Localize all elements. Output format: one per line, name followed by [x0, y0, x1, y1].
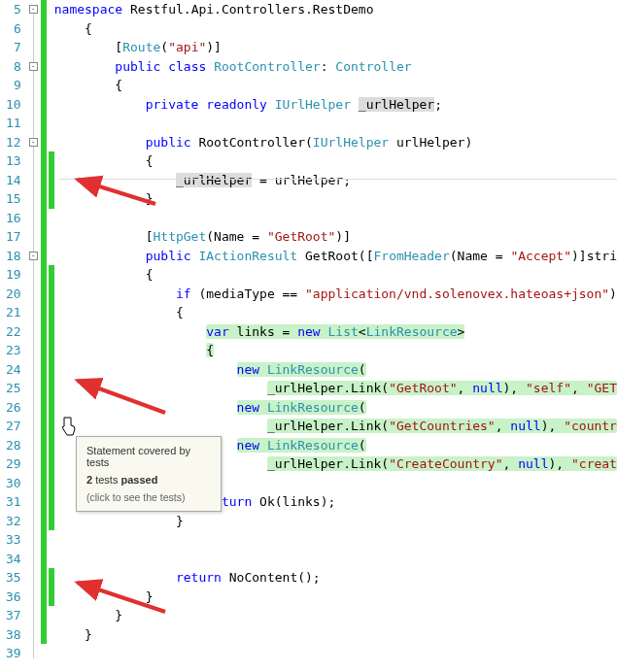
coverage-indicator[interactable] [41, 171, 47, 190]
coverage-indicator[interactable] [49, 171, 54, 190]
code-line[interactable]: _urlHelper.Link("GetRoot", null), "self"… [54, 379, 617, 398]
coverage-indicator[interactable] [41, 568, 47, 588]
coverage-indicator[interactable] [49, 303, 54, 322]
coverage-indicator[interactable] [41, 114, 47, 133]
code-editor[interactable]: 5678910111213141516171819202122232425262… [0, 0, 617, 663]
coverage-indicator[interactable] [49, 151, 54, 171]
code-line[interactable]: public RootController(IUrlHelper urlHelp… [54, 133, 617, 152]
coverage-indicator[interactable] [49, 568, 54, 588]
code-line[interactable]: var links = new List<LinkResource> [54, 322, 617, 342]
code-line[interactable]: public IActionResult GetRoot([FromHeader… [54, 247, 617, 266]
coverage-tooltip[interactable]: Statement covered by tests 2 tests passe… [76, 436, 222, 512]
code-line[interactable]: public class RootController: Controller [54, 57, 617, 77]
code-line[interactable] [54, 114, 617, 133]
coverage-indicator[interactable] [41, 133, 47, 152]
code-line[interactable]: _urlHelper.Link("GetCountries", null), "… [54, 417, 617, 436]
coverage-indicator[interactable] [41, 436, 47, 455]
code-line[interactable]: } [54, 512, 617, 531]
code-line[interactable] [54, 550, 617, 569]
coverage-indicator[interactable] [41, 379, 47, 398]
code-line[interactable]: private readonly IUrlHelper _urlHelper; [54, 95, 617, 115]
fold-gutter[interactable]: ---- [27, 0, 41, 663]
code-line[interactable]: [Route("api")] [54, 38, 617, 57]
tooltip-hint: (click to see the tests) [86, 491, 211, 503]
code-line[interactable]: new LinkResource( [54, 398, 617, 418]
coverage-indicator[interactable] [41, 512, 47, 531]
fold-toggle-icon[interactable]: - [29, 5, 38, 14]
line-number: 17 [0, 227, 21, 247]
coverage-indicator[interactable] [41, 588, 47, 607]
coverage-indicator[interactable] [49, 265, 54, 285]
code-line[interactable]: namespace Restful.Api.Controllers.RestDe… [54, 0, 617, 19]
fold-toggle-icon[interactable]: - [29, 252, 38, 260]
coverage-indicator[interactable] [41, 625, 47, 645]
coverage-indicator[interactable] [49, 454, 54, 474]
coverage-indicator[interactable] [49, 398, 54, 418]
coverage-indicator[interactable] [49, 322, 54, 342]
code-area[interactable]: namespace Restful.Api.Controllers.RestDe… [54, 0, 617, 663]
fold-toggle-icon[interactable]: - [29, 62, 38, 71]
coverage-indicator[interactable] [41, 303, 47, 322]
coverage-indicator[interactable] [41, 454, 47, 474]
coverage-indicator[interactable] [41, 285, 47, 304]
code-line[interactable]: { [54, 151, 617, 171]
code-line[interactable]: } [54, 625, 617, 645]
code-line[interactable]: { [54, 303, 617, 322]
coverage-indicator[interactable] [41, 606, 47, 625]
coverage-indicator[interactable] [41, 76, 47, 95]
coverage-indicator[interactable] [49, 436, 54, 455]
coverage-indicator[interactable] [41, 209, 47, 228]
code-line[interactable] [54, 644, 617, 663]
line-number: 16 [0, 209, 21, 228]
coverage-gutter-2[interactable] [48, 0, 54, 663]
coverage-indicator[interactable] [41, 550, 47, 569]
coverage-indicator[interactable] [41, 322, 47, 342]
code-line[interactable]: new LinkResource( [54, 360, 617, 380]
coverage-indicator[interactable] [41, 417, 47, 436]
coverage-indicator[interactable] [41, 151, 47, 171]
coverage-indicator[interactable] [49, 474, 54, 493]
code-line[interactable] [54, 209, 617, 228]
coverage-indicator[interactable] [41, 0, 47, 19]
coverage-indicator[interactable] [41, 189, 47, 209]
coverage-indicator[interactable] [41, 474, 47, 493]
coverage-indicator[interactable] [49, 512, 54, 531]
code-line[interactable] [54, 530, 617, 550]
coverage-indicator[interactable] [41, 360, 47, 380]
coverage-indicator[interactable] [49, 379, 54, 398]
coverage-indicator[interactable] [41, 530, 47, 550]
coverage-indicator[interactable] [41, 247, 47, 266]
coverage-indicator[interactable] [49, 360, 54, 380]
line-number: 36 [0, 588, 21, 607]
coverage-indicator[interactable] [41, 227, 47, 247]
coverage-indicator[interactable] [41, 95, 47, 115]
coverage-gutter-1[interactable] [40, 0, 47, 663]
code-line[interactable]: { [54, 19, 617, 39]
coverage-indicator[interactable] [49, 341, 54, 360]
line-number-gutter: 5678910111213141516171819202122232425262… [0, 0, 27, 663]
coverage-indicator[interactable] [41, 398, 47, 418]
code-line[interactable]: { [54, 76, 617, 95]
code-line[interactable]: } [54, 189, 617, 209]
code-line[interactable]: } [54, 588, 617, 607]
code-line[interactable]: _urlHelper = urlHelper; [54, 171, 617, 190]
coverage-indicator[interactable] [41, 57, 47, 77]
fold-toggle-icon[interactable]: - [29, 138, 38, 147]
coverage-indicator[interactable] [49, 588, 54, 607]
coverage-indicator[interactable] [49, 285, 54, 304]
coverage-indicator[interactable] [41, 38, 47, 57]
code-line[interactable]: if (mediaType == "application/vnd.soleno… [54, 285, 617, 304]
code-line[interactable]: { [54, 265, 617, 285]
coverage-indicator[interactable] [41, 341, 47, 360]
code-line[interactable]: } [54, 606, 617, 625]
code-line[interactable]: { [54, 341, 617, 360]
line-number: 8 [0, 57, 21, 77]
code-line[interactable]: [HttpGet(Name = "GetRoot")] [54, 227, 617, 247]
coverage-indicator[interactable] [41, 492, 47, 512]
coverage-indicator[interactable] [41, 265, 47, 285]
coverage-indicator[interactable] [41, 19, 47, 39]
coverage-indicator[interactable] [49, 492, 54, 512]
coverage-indicator[interactable] [49, 417, 54, 436]
code-line[interactable]: return NoContent(); [54, 568, 617, 588]
coverage-indicator[interactable] [49, 189, 54, 209]
